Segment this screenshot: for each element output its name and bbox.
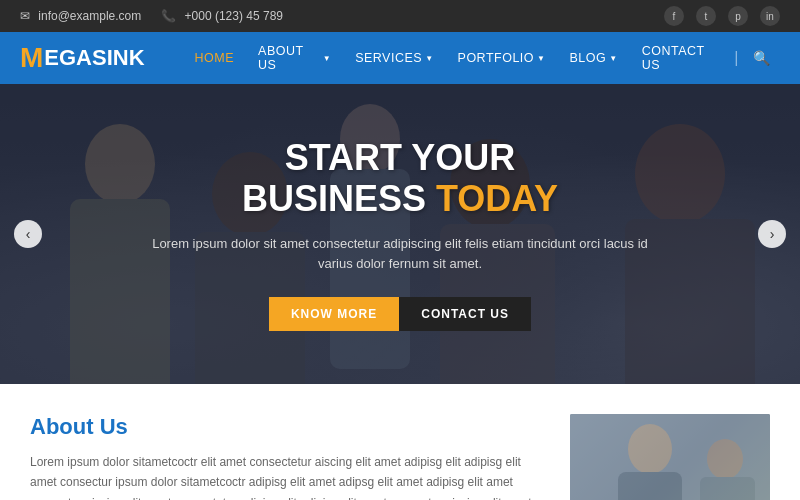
brand-logo-rest: EGASINK <box>44 45 144 71</box>
email-contact: ✉ info@example.com <box>20 9 141 23</box>
nav-link-home[interactable]: HOME <box>185 45 245 71</box>
portfolio-caret: ▼ <box>537 54 545 63</box>
hero-content: START YOUR BUSINESS TODAY Lorem ipsum do… <box>150 137 650 331</box>
about-image-silhouette <box>570 414 770 500</box>
svg-rect-14 <box>700 477 755 500</box>
about-caret: ▼ <box>323 54 331 63</box>
phone-contact: 📞 +000 (123) 45 789 <box>161 9 283 23</box>
nav-link-blog[interactable]: BLOG ▼ <box>559 45 627 71</box>
hero-buttons: KNOW MORE CONTACT US <box>150 297 650 331</box>
nav-item-home[interactable]: HOME <box>185 45 245 71</box>
nav-link-about[interactable]: ABOUT US ▼ <box>248 38 341 78</box>
hero-highlight: TODAY <box>436 178 558 219</box>
top-bar: ✉ info@example.com 📞 +000 (123) 45 789 f… <box>0 0 800 32</box>
nav-item-services[interactable]: SERVICES ▼ <box>345 45 443 71</box>
brand-logo-m: M <box>20 42 43 74</box>
twitter-icon[interactable]: t <box>696 6 716 26</box>
nav-link-services[interactable]: SERVICES ▼ <box>345 45 443 71</box>
about-heading: About Us <box>30 414 540 440</box>
facebook-icon[interactable]: f <box>664 6 684 26</box>
hero-headline: START YOUR BUSINESS TODAY <box>150 137 650 220</box>
nav-item-about[interactable]: ABOUT US ▼ <box>248 38 341 78</box>
svg-point-11 <box>628 424 672 474</box>
phone-icon: 📞 <box>161 9 176 23</box>
nav-search-link[interactable]: 🔍 <box>743 44 781 72</box>
contact-us-button[interactable]: CONTACT US <box>399 297 531 331</box>
hero-section: ‹ START YOUR BUSINESS TODAY Lorem ipsum … <box>0 84 800 384</box>
nav-separator: | <box>734 49 738 67</box>
email-icon: ✉ <box>20 9 30 23</box>
nav-menu: HOME ABOUT US ▼ SERVICES ▼ PORTFOLIO ▼ B… <box>185 38 780 78</box>
svg-point-13 <box>707 439 743 479</box>
blog-caret: ▼ <box>609 54 617 63</box>
brand-logo[interactable]: MEGASINK <box>20 42 145 74</box>
know-more-button[interactable]: KNOW MORE <box>269 297 399 331</box>
top-bar-right: f t p in <box>664 6 780 26</box>
navbar: MEGASINK HOME ABOUT US ▼ SERVICES ▼ PORT… <box>0 32 800 84</box>
nav-item-blog[interactable]: BLOG ▼ <box>559 45 627 71</box>
nav-link-contact[interactable]: CONTACT US <box>632 38 731 78</box>
nav-link-portfolio[interactable]: PORTFOLIO ▼ <box>448 45 556 71</box>
slider-arrow-left[interactable]: ‹ <box>14 220 42 248</box>
nav-item-contact[interactable]: CONTACT US <box>632 38 731 78</box>
services-caret: ▼ <box>425 54 433 63</box>
slider-arrow-right[interactable]: › <box>758 220 786 248</box>
svg-rect-12 <box>618 472 682 500</box>
nav-search[interactable]: 🔍 <box>743 44 781 72</box>
instagram-icon[interactable]: in <box>760 6 780 26</box>
hero-subtext: Lorem ipsum dolor sit amet consectetur a… <box>150 234 650 276</box>
about-body: Lorem ipsum dolor sitametcoctr elit amet… <box>30 452 540 500</box>
top-bar-left: ✉ info@example.com 📞 +000 (123) 45 789 <box>20 9 283 23</box>
nav-item-portfolio[interactable]: PORTFOLIO ▼ <box>448 45 556 71</box>
about-text: About Us Lorem ipsum dolor sitametcoctr … <box>30 414 540 500</box>
about-image <box>570 414 770 500</box>
about-section: About Us Lorem ipsum dolor sitametcoctr … <box>0 384 800 500</box>
pinterest-icon[interactable]: p <box>728 6 748 26</box>
